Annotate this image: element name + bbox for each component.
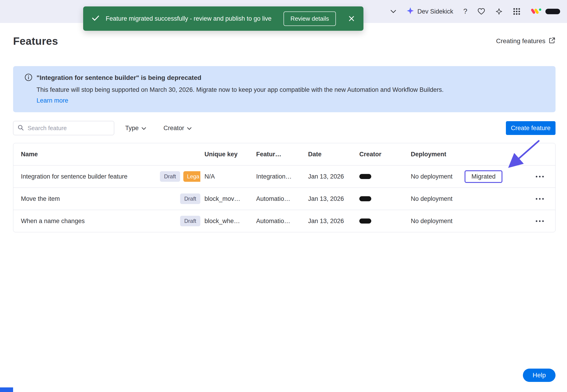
sparkle-gradient-icon: [406, 7, 414, 16]
row-menu-button[interactable]: [534, 196, 546, 202]
table-row[interactable]: Integration for sentence builder feature…: [13, 165, 555, 187]
badge-group: Draft: [180, 194, 205, 204]
draft-badge: Draft: [180, 194, 200, 204]
feature-type: Integration…: [256, 166, 308, 187]
unique-key: N/A: [205, 166, 256, 187]
page-title: Features: [13, 35, 58, 47]
info-icon: [25, 73, 32, 82]
draft-badge: Draft: [180, 216, 200, 226]
account-menu[interactable]: [531, 7, 560, 16]
apps-grid-icon[interactable]: [513, 8, 521, 15]
date: Jan 13, 2026: [308, 210, 359, 232]
feature-name: Integration for sentence builder feature: [21, 173, 128, 180]
creator-avatar-redacted: [359, 196, 371, 201]
help-question-icon[interactable]: ?: [463, 7, 467, 16]
column-header-unique-key: Unique key: [205, 143, 256, 165]
unique-key: block_whe…: [205, 210, 256, 232]
feature-type: Automatio…: [256, 188, 308, 210]
success-toast: Feature migrated successfully - review a…: [83, 6, 363, 31]
avatar-redacted: [545, 9, 560, 14]
toast-message: Feature migrated successfully - review a…: [106, 15, 271, 22]
check-icon: [92, 15, 99, 22]
column-header-status: [464, 143, 524, 165]
learn-more-link[interactable]: Learn more: [37, 97, 68, 104]
features-page: Dev Sidekick ?: [0, 0, 567, 392]
migrated-status-highlight: Migrated: [464, 170, 502, 183]
table-row[interactable]: Move the item Draft block_mov… Automatio…: [13, 187, 555, 210]
feature-name: Move the item: [21, 195, 60, 202]
type-filter-dropdown[interactable]: Type: [124, 124, 148, 132]
chevron-down-icon: [187, 125, 192, 132]
row-menu-button[interactable]: [534, 218, 546, 224]
whats-new-heart-icon[interactable]: [477, 8, 485, 15]
external-link-icon: [549, 37, 555, 45]
date: Jan 13, 2026: [308, 166, 359, 187]
date: Jan 13, 2026: [308, 188, 359, 210]
search-icon: [17, 124, 24, 132]
creator-filter-dropdown[interactable]: Creator: [162, 124, 193, 132]
deployment-status: No deployment: [411, 166, 464, 187]
column-header-menu: [524, 143, 555, 165]
table-header-row: Name Unique key Featur… Date Creator Dep…: [13, 143, 555, 165]
sparkle-outline-icon[interactable]: [495, 8, 503, 15]
monday-logo-icon: [531, 7, 542, 16]
column-header-date: Date: [308, 143, 359, 165]
column-header-feature-type: Featur…: [256, 143, 308, 165]
row-menu-button[interactable]: [534, 173, 546, 180]
bottom-left-accent: [0, 387, 13, 392]
creating-features-link[interactable]: Creating features: [496, 37, 555, 45]
column-header-deployment: Deployment: [411, 143, 464, 165]
chevron-down-icon[interactable]: [390, 10, 396, 13]
chevron-down-icon: [142, 125, 146, 132]
draft-badge: Draft: [160, 171, 180, 182]
topbar-actions: Dev Sidekick ?: [390, 0, 560, 23]
badge-group: Draft: [180, 216, 205, 226]
table-row[interactable]: When a name changes Draft block_whe… Aut…: [13, 210, 555, 232]
help-button[interactable]: Help: [523, 369, 555, 382]
unique-key: block_mov…: [205, 188, 256, 210]
search-feature-box: [13, 121, 114, 135]
creator-avatar-redacted: [359, 219, 371, 224]
banner-title: "Integration for sentence builder" is be…: [37, 74, 201, 82]
deployment-status: No deployment: [411, 188, 464, 210]
badge-group: Draft Lega: [160, 171, 205, 182]
page-header: Features Creating features: [13, 35, 555, 47]
column-header-name: Name: [13, 143, 205, 165]
feature-type: Automatio…: [256, 210, 308, 232]
feature-name: When a name changes: [21, 218, 85, 225]
dev-sidekick-label: Dev Sidekick: [418, 8, 453, 15]
creating-features-label: Creating features: [496, 37, 545, 45]
creator-filter-label: Creator: [164, 125, 184, 132]
filters-bar: Type Creator Create feature: [13, 121, 555, 135]
review-details-button[interactable]: Review details: [284, 12, 336, 26]
legacy-badge: Lega: [183, 171, 200, 182]
deployment-status: No deployment: [411, 210, 464, 232]
banner-body: This feature will stop being supported o…: [37, 86, 546, 93]
close-icon[interactable]: [348, 15, 355, 22]
create-feature-button[interactable]: Create feature: [506, 121, 555, 135]
creator-avatar-redacted: [359, 174, 371, 179]
column-header-creator: Creator: [359, 143, 411, 165]
dev-sidekick-button[interactable]: Dev Sidekick: [406, 7, 453, 16]
type-filter-label: Type: [125, 125, 139, 132]
search-feature-input[interactable]: [27, 124, 110, 132]
features-table: Name Unique key Featur… Date Creator Dep…: [13, 143, 555, 232]
deprecation-banner: "Integration for sentence builder" is be…: [13, 66, 555, 112]
